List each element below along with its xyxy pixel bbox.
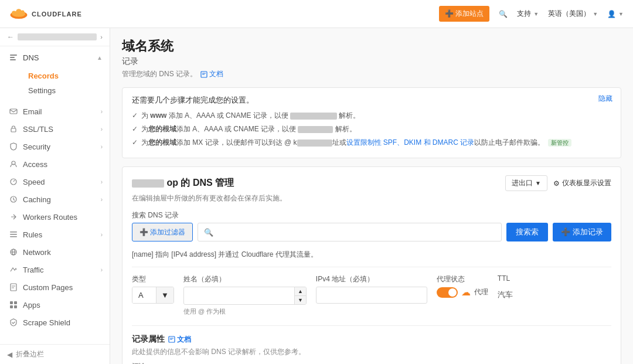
ip-input[interactable] (316, 287, 427, 304)
svg-rect-8 (10, 109, 17, 114)
email-icon (9, 107, 18, 116)
alert-hide-button[interactable]: 隐藏 (598, 94, 612, 104)
record-props-doc-link[interactable]: 文档 (168, 335, 191, 345)
access-label: Access (23, 160, 47, 169)
check-icon-3: ✓ (132, 137, 138, 148)
add-site-button[interactable]: ➕ 添加站点 (439, 6, 489, 22)
email-label: Email (23, 107, 42, 116)
search-row: ➕ 添加过滤器 🔍 搜索索 ➕ 添加记录 (132, 223, 611, 241)
sidebar-item-security[interactable]: Security › (0, 138, 110, 155)
check-icon-2: ✓ (132, 124, 138, 134)
sidebar-item-rules[interactable]: Rules › (0, 226, 110, 243)
sidebar-item-dns[interactable]: DNS ▲ (0, 49, 110, 66)
add-filter-button[interactable]: ➕ 添加过滤器 (132, 223, 193, 241)
sidebar-item-network[interactable]: Network (0, 243, 110, 261)
back-icon: ← (7, 33, 14, 41)
apps-icon (9, 300, 18, 309)
svg-rect-21 (14, 305, 17, 308)
language-chevron-icon: ▼ (593, 11, 598, 17)
user-menu[interactable]: 👤 ▼ (607, 10, 624, 18)
toggle-circle (448, 288, 457, 297)
sidebar-item-custom-pages[interactable]: Custom Pages (0, 278, 110, 296)
dns-expand-icon: ▲ (97, 55, 103, 61)
sidebar-item-scrape-shield[interactable]: Scrape Shield (0, 314, 110, 331)
support-menu[interactable]: 支持 ▼ (517, 9, 539, 19)
svg-rect-14 (10, 236, 17, 237)
setup-alert-box: 还需要几个步骤才能完成您的设置。 隐藏 ✓ 为 www 添加 A、AAAA 或 … (122, 87, 621, 158)
sidebar-item-records[interactable]: Records (21, 69, 110, 83)
record-props-title: 记录属性 文档 (132, 334, 611, 345)
proxy-toggle[interactable] (437, 287, 458, 298)
workers-routes-label: Workers Routes (23, 213, 77, 222)
export-chevron-icon: ▼ (535, 180, 541, 186)
security-arrow-icon: › (101, 144, 103, 150)
alert-item-1: ✓ 为 www 添加 A、AAAA 或 CNAME 记录，以便 解析。 (132, 110, 611, 121)
dns-search-input[interactable] (217, 228, 495, 237)
user-chevron-icon: ▼ (618, 11, 624, 17)
sidebar-item-access[interactable]: Access (0, 155, 110, 173)
ttl-value: 汽车 (498, 285, 513, 300)
sidebar-item-email[interactable]: Email › (0, 103, 110, 120)
ttl-group: TTL 汽车 (498, 274, 513, 300)
svg-rect-12 (10, 232, 17, 233)
dns-card-desc: 在编辑抽屉中所做的所有更改都会在保存后实施。 (132, 193, 611, 203)
user-icon: 👤 (607, 10, 616, 18)
security-label: Security (23, 142, 50, 151)
sidebar-section-dns: DNS ▲ Records Settings (0, 46, 110, 103)
dns-card-title: op 的 DNS 管理 (132, 177, 234, 189)
type-label: 类型 (132, 274, 174, 284)
add-record-button[interactable]: ➕ 添加记录 (553, 223, 611, 241)
form-hint: [name] 指向 [IPv4 address] 并通过 Cloudflare … (132, 250, 611, 267)
sidebar-item-ssl[interactable]: SSL/TLS › (0, 120, 110, 138)
sidebar-item-speed[interactable]: Speed › (0, 173, 110, 190)
sidebar-item-caching[interactable]: Caching › (0, 190, 110, 208)
svg-rect-17 (11, 284, 16, 291)
sidebar-item-traffic[interactable]: Traffic › (0, 261, 110, 278)
svg-rect-6 (10, 57, 15, 58)
svg-rect-18 (10, 301, 13, 304)
svg-rect-19 (14, 301, 17, 304)
name-input[interactable] (184, 287, 294, 304)
speed-arrow-icon: › (101, 179, 103, 185)
sidebar-dns-label: DNS (23, 53, 39, 62)
sidebar-item-apps[interactable]: Apps (0, 296, 110, 314)
logo: CLOUDFLARE (9, 8, 82, 20)
collapse-sidebar-button[interactable]: ◀ 折叠边栏 (0, 344, 110, 364)
domain-selector[interactable]: ← › (0, 28, 110, 46)
export-button[interactable]: 进出口 ▼ (505, 175, 547, 191)
type-dropdown-arrow-icon[interactable]: ▼ (156, 287, 173, 303)
comment-label: 评论 (132, 362, 611, 364)
sidebar-item-workers-routes[interactable]: Workers Routes (0, 208, 110, 226)
caching-icon (9, 195, 18, 204)
security-icon (9, 142, 18, 151)
dns-submenu: Records Settings (0, 66, 110, 100)
caching-label: Caching (23, 195, 51, 204)
cloudflare-logo-text: CLOUDFLARE (32, 11, 82, 18)
access-icon (9, 159, 18, 169)
language-menu[interactable]: 英语（美国） ▼ (548, 9, 598, 19)
ssl-arrow-icon: › (101, 126, 103, 132)
doc-link[interactable]: 文档 (200, 69, 223, 79)
page-subtitle: 记录 (122, 56, 621, 67)
alert-title: 还需要几个步骤才能完成您的设置。 (132, 95, 611, 106)
traffic-icon (9, 265, 18, 274)
name-down-arrow[interactable]: ▼ (295, 296, 306, 304)
name-up-arrow[interactable]: ▲ (295, 287, 306, 296)
dashboard-settings-link[interactable]: ⚙ 仪表板显示设置 (553, 178, 611, 188)
check-icon-1: ✓ (132, 110, 138, 121)
form-row: 类型 A ▼ 姓名（必填） ▲ ▼ 使用 @ 作为根 (132, 274, 611, 316)
main-content: 域名系统 记录 管理您域的 DNS 记录。 文档 还需要几个步骤才能完成您的设置… (110, 28, 633, 364)
workers-icon (9, 212, 18, 222)
type-group: 类型 A ▼ (132, 274, 174, 304)
email-arrow-icon: › (101, 108, 103, 115)
dns-icon (9, 53, 18, 62)
ssl-icon (9, 124, 18, 134)
svg-rect-5 (10, 55, 17, 56)
spf-dkim-dmarc-link[interactable]: 设置限制性 SPF、DKIM 和 DMARC 记录 (346, 138, 475, 147)
speed-label: Speed (23, 178, 45, 186)
search-icon[interactable]: 🔍 (499, 10, 508, 18)
type-select[interactable]: A ▼ (132, 287, 174, 304)
search-button[interactable]: 搜索索 (506, 223, 548, 241)
ip-label: IPv4 地址（必填） (316, 274, 427, 284)
sidebar-item-settings[interactable]: Settings (21, 83, 110, 98)
